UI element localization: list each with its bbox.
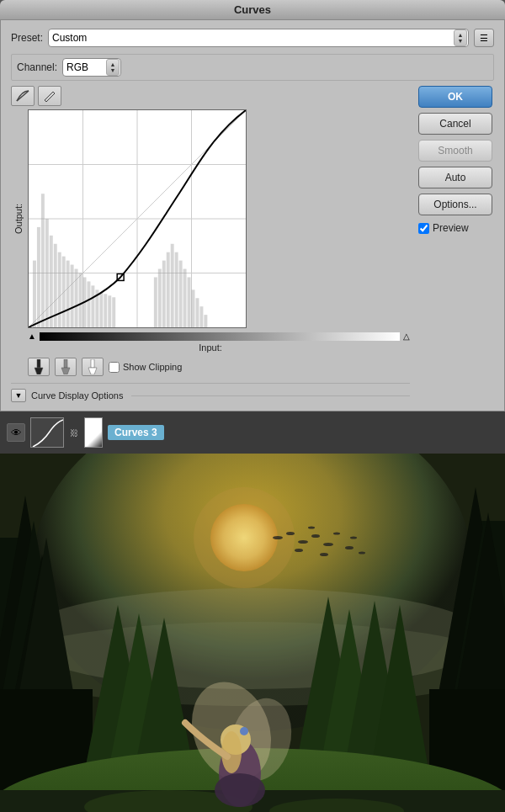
svg-rect-31 — [167, 252, 170, 327]
channel-arrow-down-icon: ▼ — [110, 67, 116, 73]
svg-rect-18 — [75, 269, 78, 327]
svg-marker-45 — [61, 368, 70, 374]
svg-rect-34 — [179, 261, 183, 327]
svg-rect-48 — [31, 418, 64, 448]
svg-rect-37 — [192, 289, 195, 327]
layer-mask-thumbnail — [84, 417, 103, 448]
svg-point-85 — [333, 533, 340, 535]
white-eyedropper-icon — [87, 359, 98, 374]
svg-rect-35 — [183, 269, 187, 327]
eyedropper-show-row: Show Clipping — [28, 358, 410, 376]
svg-rect-21 — [87, 281, 90, 327]
title-bar: Curves — [0, 0, 505, 20]
svg-rect-30 — [162, 261, 166, 327]
list-icon: ☰ — [480, 33, 488, 44]
svg-rect-14 — [58, 252, 61, 327]
gray-eyedropper-button[interactable] — [55, 358, 77, 376]
channel-arrows: ▲ ▼ — [106, 59, 120, 76]
svg-point-86 — [345, 546, 354, 549]
preview-checkbox[interactable] — [418, 223, 429, 234]
svg-point-81 — [323, 543, 333, 546]
svg-point-94 — [240, 727, 248, 735]
svg-rect-36 — [188, 277, 191, 327]
black-eyedropper-button[interactable] — [28, 358, 50, 376]
gradient-arrow-right-icon: △ — [403, 332, 410, 341]
layer-name-label: Curves 3 — [108, 425, 164, 440]
svg-point-79 — [298, 540, 308, 544]
options-button[interactable]: Options... — [418, 194, 492, 215]
eye-icon: 👁 — [11, 427, 22, 439]
svg-rect-33 — [175, 252, 178, 327]
preset-arrows: ▲ ▼ — [454, 29, 467, 46]
svg-rect-46 — [91, 359, 94, 368]
svg-rect-39 — [199, 306, 203, 327]
svg-point-82 — [295, 549, 303, 552]
cancel-button[interactable]: Cancel — [418, 113, 492, 135]
svg-rect-25 — [104, 294, 107, 327]
layer-strip: 👁 ⛓ Curves 3 — [0, 411, 505, 454]
preview-label: Preview — [433, 222, 469, 234]
tool-icons-row — [11, 86, 410, 106]
svg-point-88 — [359, 552, 365, 555]
curve-tool-button[interactable] — [11, 86, 35, 106]
svg-rect-12 — [50, 236, 53, 327]
layer-thumbnail — [30, 417, 64, 448]
svg-point-84 — [320, 553, 328, 556]
pencil-tool-button[interactable] — [38, 86, 61, 106]
dialog-title: Curves — [234, 3, 271, 16]
svg-point-83 — [308, 527, 315, 529]
input-label: Input: — [199, 342, 222, 353]
black-white-gradient-bar — [40, 332, 400, 341]
gradient-bar-row: ▲ △ — [28, 332, 410, 341]
svg-rect-26 — [108, 295, 111, 327]
smooth-button[interactable]: Smooth — [418, 140, 492, 162]
svg-rect-40 — [204, 315, 207, 327]
curve-graph[interactable] — [28, 109, 247, 328]
curves-dialog: Preset: Custom ▲ ▼ ☰ Channel: RGB ▲ ▼ — [0, 20, 505, 411]
curve-graph-wrapper: Output: — [11, 109, 410, 328]
gray-eyedropper-icon — [60, 359, 72, 374]
right-panel: OK Cancel Smooth Auto Options... Preview — [418, 86, 494, 402]
options-divider-line — [131, 395, 410, 396]
preset-select[interactable]: Custom — [48, 29, 469, 47]
preset-label: Preset: — [11, 32, 43, 44]
svg-rect-8 — [33, 261, 36, 327]
svg-rect-32 — [171, 244, 174, 327]
svg-rect-9 — [37, 227, 40, 327]
show-clipping-checkbox[interactable] — [109, 362, 120, 373]
arrow-up-icon: ▲ — [458, 32, 464, 38]
svg-point-80 — [311, 534, 320, 538]
gradient-arrow-left-icon: ▲ — [28, 332, 36, 341]
svg-rect-19 — [79, 273, 82, 328]
auto-button[interactable]: Auto — [418, 167, 492, 188]
curve-display-options-row: ▼ Curve Display Options — [11, 383, 410, 402]
layer-visibility-button[interactable]: 👁 — [7, 423, 25, 442]
svg-rect-15 — [62, 257, 66, 327]
svg-rect-27 — [112, 297, 115, 327]
arrow-down-icon: ▼ — [458, 38, 464, 44]
preview-row: Preview — [418, 222, 494, 234]
svg-rect-38 — [195, 298, 199, 327]
svg-rect-29 — [158, 269, 162, 327]
show-clipping-label: Show Clipping — [123, 362, 182, 372]
output-label-col: Output: — [11, 109, 26, 328]
pencil-icon — [42, 89, 57, 103]
curve-svg — [29, 110, 246, 327]
channel-arrow-up-icon: ▲ — [110, 61, 116, 67]
svg-rect-28 — [154, 277, 157, 327]
svg-point-52 — [210, 504, 278, 571]
svg-rect-17 — [71, 265, 74, 327]
svg-marker-47 — [88, 368, 97, 374]
layer-chain-icon: ⛓ — [69, 417, 79, 448]
white-eyedropper-button[interactable] — [82, 358, 104, 376]
svg-rect-10 — [41, 194, 45, 327]
curve-display-options-button[interactable]: ▼ — [11, 389, 26, 402]
preset-menu-button[interactable]: ☰ — [474, 29, 494, 47]
channel-label: Channel: — [17, 61, 57, 73]
svg-rect-22 — [91, 285, 94, 327]
background-scene-svg — [0, 454, 505, 812]
ok-button[interactable]: OK — [418, 86, 492, 108]
svg-rect-24 — [99, 292, 103, 327]
svg-point-77 — [273, 536, 283, 539]
curve-display-options-label: Curve Display Options — [31, 390, 123, 401]
